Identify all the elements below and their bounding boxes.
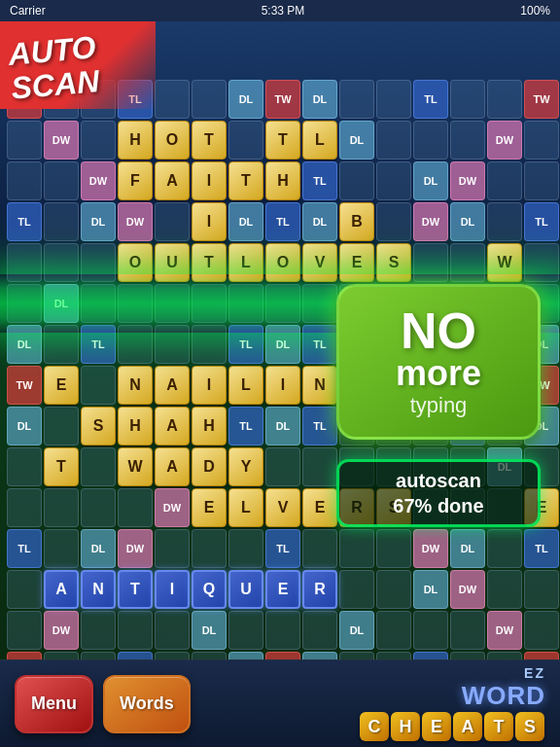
board-cell: TL — [7, 529, 42, 568]
board-cell: O — [155, 121, 190, 160]
board-cell: DL — [302, 652, 337, 659]
board-cell: L — [228, 243, 263, 282]
board-cell — [339, 570, 374, 609]
board-cell: H — [265, 161, 300, 200]
board-cell: TL — [413, 652, 448, 659]
board-cell — [81, 652, 116, 659]
board-cell — [228, 611, 263, 650]
board-cell: O — [265, 243, 300, 282]
board-cell — [192, 80, 227, 119]
board-cell: TW — [524, 652, 559, 659]
board-cell — [155, 529, 190, 568]
board-cell — [413, 121, 448, 160]
board-cell: TL — [228, 325, 263, 364]
board-cell — [81, 121, 116, 160]
logo-cheats-letter: H — [391, 712, 420, 741]
logo-cheats-letter: T — [484, 712, 513, 741]
bottom-bar: Menu Words EZ WORD CHEATS — [0, 659, 560, 747]
logo-cheats-letter: C — [360, 712, 389, 741]
board-cell — [7, 243, 42, 282]
board-cell: D — [192, 447, 227, 486]
board-cell: TL — [228, 407, 263, 445]
board-cell — [155, 284, 190, 323]
no-text: NO — [401, 305, 476, 356]
board-cell: I — [265, 366, 300, 405]
board-cell: TW — [265, 80, 300, 119]
typing-text: typing — [410, 393, 468, 418]
board-cell: DL — [302, 202, 337, 241]
board-cell: T — [44, 447, 79, 486]
game-area: TWTLDLTWDLTLTWDWHOTTLDLDWDWFAITHTLDLDWTL… — [0, 21, 560, 659]
board-cell: V — [302, 243, 337, 282]
words-button[interactable]: Words — [103, 675, 191, 733]
board-cell — [228, 121, 263, 160]
board-cell: DL — [192, 611, 227, 650]
logo-cheats: CHEATS — [359, 711, 545, 742]
menu-button[interactable]: Menu — [15, 675, 93, 733]
board-cell — [155, 80, 190, 119]
board-cell — [524, 570, 559, 609]
board-cell: T — [265, 121, 300, 160]
board-cell: E — [302, 488, 337, 527]
board-cell: TL — [524, 529, 559, 568]
board-cell — [44, 488, 79, 527]
board-cell — [192, 284, 227, 323]
board-cell: T — [192, 121, 227, 160]
board-cell: DW — [44, 121, 79, 160]
board-cell: T — [228, 161, 263, 200]
board-cell: L — [302, 121, 337, 160]
board-cell — [228, 529, 263, 568]
board-cell — [118, 325, 153, 364]
board-cell — [265, 447, 300, 486]
board-cell: DW — [44, 611, 79, 650]
board-cell: DL — [7, 325, 42, 364]
autoscan-badge: AUTOSCAN — [0, 21, 156, 109]
board-cell: TW — [7, 652, 42, 659]
board-cell — [7, 488, 42, 527]
board-cell — [81, 447, 116, 486]
battery-text: 100% — [520, 4, 550, 18]
board-cell: DL — [81, 202, 116, 241]
board-cell — [413, 243, 448, 282]
board-cell — [44, 407, 79, 445]
board-cell — [487, 202, 522, 241]
board-cell — [487, 161, 522, 200]
board-cell: U — [155, 243, 190, 282]
board-cell: L — [228, 488, 263, 527]
board-cell: L — [228, 366, 263, 405]
board-cell: DW — [81, 161, 116, 200]
board-cell: TL — [302, 407, 337, 445]
board-cell: DL — [265, 407, 300, 445]
board-cell: S — [376, 243, 411, 282]
board-cell: DW — [487, 611, 522, 650]
board-cell — [376, 611, 411, 650]
board-cell: TL — [524, 202, 559, 241]
board-cell: Q — [192, 570, 227, 609]
board-cell: DL — [265, 325, 300, 364]
board-cell: DW — [413, 529, 448, 568]
board-cell — [339, 161, 374, 200]
board-cell: E — [339, 243, 374, 282]
board-cell — [450, 611, 485, 650]
board-cell — [155, 325, 190, 364]
board-cell: DL — [413, 570, 448, 609]
board-cell — [302, 611, 337, 650]
board-cell — [413, 611, 448, 650]
board-cell: H — [192, 407, 227, 445]
board-cell: A — [44, 570, 79, 609]
board-cell — [376, 570, 411, 609]
board-cell — [7, 161, 42, 200]
logo-cheats-letter: S — [515, 712, 544, 741]
board-cell: N — [118, 366, 153, 405]
board-cell: DL — [228, 202, 263, 241]
board-cell: I — [155, 570, 190, 609]
board-cell — [7, 570, 42, 609]
board-cell — [302, 447, 337, 486]
board-cell — [376, 80, 411, 119]
board-cell: Y — [228, 447, 263, 486]
board-cell — [118, 611, 153, 650]
board-cell: A — [155, 366, 190, 405]
logo-cheats-letter: A — [453, 712, 482, 741]
board-cell: N — [81, 570, 116, 609]
board-cell: TL — [302, 161, 337, 200]
